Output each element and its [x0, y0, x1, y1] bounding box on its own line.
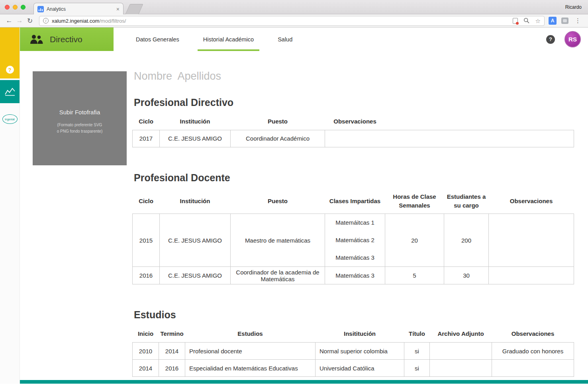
col-header-ciclo: Ciclo — [133, 115, 160, 130]
url-text: xalum2.ingeniat.com/mod/filtros/ — [52, 18, 126, 24]
main-area: Directivo Datos Generales Historial Acad… — [20, 27, 588, 384]
cell-ciclo: 2017 — [133, 130, 160, 147]
cell-institucion: C.E. JESUS AMIGO — [160, 130, 231, 147]
chart-icon — [4, 87, 16, 96]
table-row: 2016 C.E. JESUS AMIGO Coordinador de la … — [133, 267, 574, 284]
col-header-observaciones: Observaciones — [325, 115, 385, 130]
url-path: /mod/filtros/ — [99, 18, 126, 24]
ingeniat-logo[interactable]: ingeniat — [2, 114, 18, 124]
extension-badge-icon[interactable] — [513, 18, 518, 24]
browser-toolbar: ← → ↻ i xalum2.ingeniat.com/mod/filtros/… — [0, 14, 588, 27]
cell-puesto: Maestro de matemáticas — [231, 214, 325, 267]
role-label: Directivo — [50, 35, 82, 44]
cell-observaciones — [489, 267, 574, 284]
cell-clases: Matemáticas 3 — [325, 267, 385, 284]
col-header-titulo: Título — [404, 327, 430, 342]
browser-tab[interactable]: Analytics × — [33, 3, 123, 15]
footer-bar — [20, 380, 588, 384]
forward-button[interactable]: → — [14, 17, 25, 25]
sidebar-logo-section: ingeniat — [0, 114, 20, 124]
section-title-estudios: Estudios — [134, 309, 575, 321]
col-header-institucion: Insititución — [316, 327, 404, 342]
cell-termino: 2016 — [159, 360, 185, 377]
browser-profile-name[interactable]: Ricardo — [565, 4, 582, 10]
url-host: xalum2.ingeniat.com — [52, 18, 99, 24]
close-window-button[interactable] — [5, 5, 10, 10]
cell-estudios: Especialidad en Matemáticas Educativas — [185, 360, 316, 377]
cell-inicio: 2010 — [133, 343, 159, 360]
cell-observaciones — [325, 130, 574, 147]
address-bar[interactable]: i xalum2.ingeniat.com/mod/filtros/ ☆ — [39, 16, 545, 26]
col-header-termino: Termino — [159, 327, 185, 342]
table-row: 2015 C.E. JESUS AMIGO Maestro de matemát… — [133, 214, 574, 267]
col-header-puesto: Puesto — [231, 190, 325, 214]
cell-horas: 20 — [385, 214, 444, 267]
cell-institucion: C.E. JESUS AMIGO — [160, 267, 231, 284]
tab-historial-academico[interactable]: Historial Académico — [198, 27, 259, 51]
tab-close-icon[interactable]: × — [116, 6, 120, 12]
tab-datos-generales[interactable]: Datos Generales — [130, 27, 185, 51]
page-info-icon[interactable]: i — [43, 18, 49, 24]
browser-menu-icon[interactable]: ⋮ — [573, 17, 582, 24]
user-avatar[interactable]: RS — [564, 31, 581, 47]
table-row: 2014 2016 Especialidad en Matemáticas Ed… — [133, 360, 574, 377]
cell-institucion: C.E. JESUS AMIGO — [160, 214, 231, 267]
cell-titulo: si — [404, 360, 430, 377]
cell-observaciones — [492, 360, 574, 377]
cell-termino: 2014 — [159, 343, 185, 360]
minimize-window-button[interactable] — [13, 5, 18, 10]
profesional-directivo-table: Ciclo Institución Puesto Observaciones 2… — [132, 115, 574, 147]
people-icon — [29, 34, 44, 45]
profesional-docente-table: Ciclo Institución Puesto Clases Impartid… — [132, 190, 574, 285]
col-header-ciclo: Ciclo — [133, 190, 160, 214]
estudios-table: Inicio Termino Estudios Insititución Tít… — [132, 327, 574, 377]
extension-icon[interactable] — [561, 18, 568, 24]
section-tabs: Datos Generales Historial Académico Salu… — [130, 27, 311, 51]
role-header: Directivo — [20, 27, 114, 51]
content: Subir Fotofrafia (Formato preferente SVG… — [20, 51, 588, 377]
toolbar-right-icons: A ⋮ — [549, 17, 584, 25]
fullscreen-window-button[interactable] — [21, 5, 25, 10]
col-header-estudios: Estudios — [185, 327, 316, 342]
cell-archivo — [430, 360, 492, 377]
col-header-estudiantes: Estudiantes a su cargo — [444, 190, 489, 214]
help-button[interactable]: ? — [546, 35, 555, 44]
table-header-row: Ciclo Institución Puesto Observaciones — [133, 115, 574, 130]
photo-upload-title: Subir Fotofrafia — [33, 109, 127, 116]
table-row: 2017 C.E. JESUS AMIGO Coordinador Académ… — [133, 130, 574, 147]
cell-puesto: Coordinador Académico — [231, 130, 325, 147]
translate-icon[interactable]: A — [549, 17, 557, 25]
col-header-clases: Clases Impartidas — [325, 190, 385, 214]
section-title-docente: Profesional Docente — [134, 172, 575, 184]
cell-institucion: Normal superior colombia — [316, 343, 404, 360]
header-right: ? RS — [546, 27, 588, 51]
col-header-archivo: Archivo Adjunto — [430, 327, 492, 342]
col-header-horas: Horas de Clase Semanales — [385, 190, 444, 214]
table-header-row: Inicio Termino Estudios Insititución Tít… — [133, 327, 574, 342]
omnibox-icons: ☆ — [513, 18, 541, 24]
cell-archivo — [430, 343, 492, 360]
cell-estudios: Profesional docente — [185, 343, 316, 360]
section-title-directivo: Profesional Directivo — [134, 97, 575, 108]
cell-estudiantes: 200 — [444, 214, 489, 267]
browser-window: Analytics × Ricardo ← → ↻ i xalum2.ingen… — [0, 0, 588, 384]
titlebar: Analytics × Ricardo — [0, 0, 588, 14]
cell-observaciones — [489, 214, 574, 267]
reload-button[interactable]: ↻ — [25, 17, 35, 25]
col-header-observaciones: Observaciones — [489, 190, 574, 214]
col-header-puesto: Puesto — [231, 115, 325, 130]
sidebar-help-icon[interactable]: ? — [6, 66, 14, 74]
tab-salud[interactable]: Salud — [272, 27, 298, 51]
zoom-icon[interactable] — [523, 18, 530, 24]
col-header-spacer — [385, 115, 574, 130]
col-header-observaciones: Observaciones — [492, 327, 574, 342]
bookmark-star-icon[interactable]: ☆ — [535, 18, 541, 24]
person-name: Nombre Apellidos — [134, 70, 575, 82]
sidebar-analytics-item[interactable] — [0, 80, 20, 103]
col-header-institucion: Institución — [160, 190, 231, 214]
cell-puesto: Coordinador de la academia de Matemática… — [231, 267, 325, 284]
photo-upload-box[interactable]: Subir Fotofrafia (Formato preferente SVG… — [33, 71, 127, 165]
new-tab-button[interactable] — [125, 4, 143, 14]
back-button[interactable]: ← — [4, 17, 14, 25]
col-header-inicio: Inicio — [133, 327, 159, 342]
